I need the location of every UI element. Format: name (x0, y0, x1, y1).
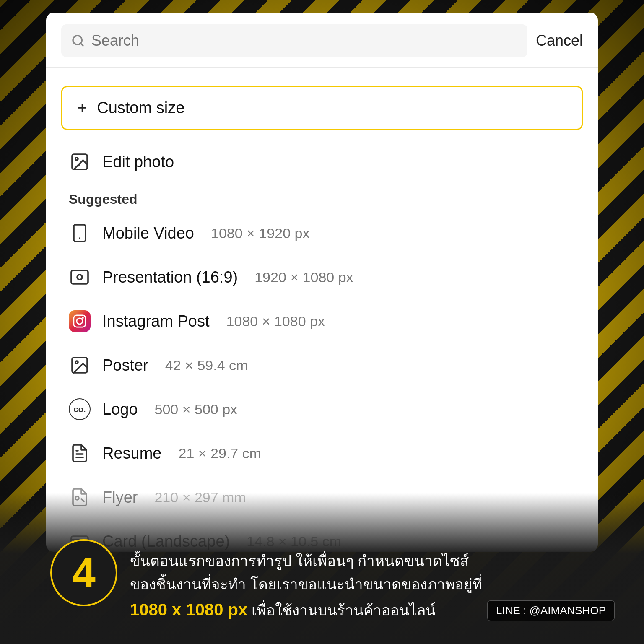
presentation-icon (69, 266, 91, 288)
mobile-video-icon (69, 222, 91, 244)
cancel-button[interactable]: Cancel (536, 32, 583, 49)
search-icon (71, 34, 85, 47)
logo-icon-text: co. (74, 405, 86, 414)
instagram-dim: 1080 × 1080 px (226, 313, 325, 330)
logo-dim: 500 × 500 px (155, 401, 238, 418)
poster-dim: 42 × 59.4 cm (165, 357, 248, 374)
instruction-highlight: 1080 x 1080 px (130, 600, 247, 619)
step-number: 4 (72, 552, 96, 594)
plus-icon: + (78, 99, 87, 117)
logo-label: Logo (102, 400, 138, 418)
resume-icon (69, 442, 91, 464)
logo-icon: co. (69, 398, 91, 420)
svg-point-7 (77, 275, 82, 280)
mobile-video-dim: 1080 × 1920 px (211, 225, 309, 242)
instruction-line1: ขั้นตอนแรกของการทำรูป ให้เพื่อนๆ กำหนดขน… (130, 553, 469, 569)
instagram-icon (69, 310, 91, 332)
mobile-video-label: Mobile Video (102, 224, 194, 242)
instruction-line3: เพื่อใช้งานบนร้านค้าออนไลน์ (252, 602, 436, 618)
resume-dim: 21 × 29.7 cm (179, 445, 262, 462)
edit-photo-icon (69, 151, 91, 173)
custom-size-item[interactable]: + Custom size (61, 86, 583, 130)
resume-item[interactable]: Resume 21 × 29.7 cm (46, 431, 598, 475)
svg-rect-8 (74, 315, 86, 327)
poster-label: Poster (102, 356, 148, 374)
search-input-wrap[interactable] (61, 24, 527, 57)
edit-photo-item[interactable]: Edit photo (46, 140, 598, 184)
resume-label: Resume (102, 444, 162, 462)
svg-point-10 (82, 317, 84, 319)
edit-photo-label: Edit photo (102, 153, 174, 171)
instagram-post-item[interactable]: Instagram Post 1080 × 1080 px (46, 299, 598, 343)
logo-item[interactable]: co. Logo 500 × 500 px (46, 387, 598, 431)
step-badge: 4 (50, 539, 117, 606)
search-bar: Cancel (46, 13, 598, 68)
svg-rect-4 (74, 225, 86, 242)
instruction-line2: ของชิ้นงานที่จะทำ โดยเราขอแนะนำขนาดของภา… (130, 576, 482, 592)
custom-size-label: Custom size (97, 99, 184, 117)
presentation-label: Presentation (16:9) (102, 268, 238, 286)
presentation-item[interactable]: Presentation (16:9) 1920 × 1080 px (46, 255, 598, 299)
instagram-label: Instagram Post (102, 312, 210, 330)
svg-point-9 (77, 318, 83, 324)
presentation-dim: 1920 × 1080 px (254, 269, 353, 286)
main-card: Cancel + Custom size Edit photo Suggeste… (46, 13, 598, 552)
svg-point-3 (75, 158, 78, 160)
search-input[interactable] (91, 32, 517, 49)
bottom-overlay: 4 ขั้นตอนแรกของการทำรูป ให้เพื่อนๆ กำหนด… (0, 493, 644, 644)
poster-icon (69, 354, 91, 376)
svg-point-12 (75, 361, 78, 364)
svg-rect-6 (71, 270, 88, 284)
line-badge: LINE : @AIMANSHOP (487, 600, 615, 621)
poster-item[interactable]: Poster 42 × 59.4 cm (46, 343, 598, 387)
svg-line-1 (80, 43, 83, 46)
mobile-video-item[interactable]: Mobile Video 1080 × 1920 px (46, 211, 598, 255)
suggested-header: Suggested (46, 184, 598, 211)
list-content: + Custom size Edit photo Suggested (46, 68, 598, 552)
